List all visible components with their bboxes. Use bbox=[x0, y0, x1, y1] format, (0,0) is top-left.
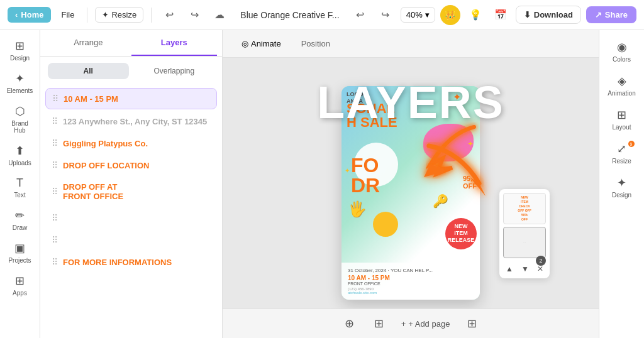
add-page-button[interactable]: + + Add page bbox=[401, 319, 450, 329]
download-icon: ⬇ bbox=[524, 10, 531, 19]
star-sparkle-icon: ✦ bbox=[467, 139, 474, 148]
share-button[interactable]: ↗ Share bbox=[586, 6, 636, 23]
canvas-viewport[interactable]: LAYERS bbox=[223, 58, 599, 308]
right-panel: ◉ Colors ◈ Animation ⊞ Layout 9 ⤢ Resize… bbox=[599, 30, 644, 338]
right-panel-design[interactable]: ✦ Design bbox=[603, 171, 641, 204]
share-canvas-button[interactable]: ⊞ bbox=[465, 314, 479, 333]
resize-button[interactable]: ✦ Resize bbox=[95, 7, 143, 23]
canvas-top-tabs: ◎ Animate Position bbox=[223, 30, 599, 58]
draw-icon: ✏ bbox=[15, 209, 25, 222]
redo-button[interactable]: ↪ bbox=[184, 5, 204, 25]
layer-item[interactable]: ⠿ bbox=[45, 208, 217, 228]
tab-animate[interactable]: ◎ Animate bbox=[233, 35, 290, 52]
thumb-nav-down-button[interactable]: ▼ bbox=[520, 263, 530, 275]
uploads-icon: ⬆ bbox=[15, 144, 25, 158]
zoom-control[interactable]: 40% ▾ bbox=[401, 7, 435, 23]
layer-item[interactable]: ⠿ 10 AM - 15 PM bbox=[45, 88, 217, 109]
tab-arrange[interactable]: Arrange bbox=[45, 30, 131, 56]
crown-icon: 👑 bbox=[440, 5, 460, 25]
plus-icon: + bbox=[401, 319, 406, 329]
projects-icon: ▣ bbox=[14, 241, 25, 255]
thumb-nav-up-button[interactable]: ▲ bbox=[504, 263, 514, 275]
elements-icon: ✦ bbox=[15, 72, 25, 85]
sidebar-item-uploads[interactable]: ⬆ Uploads bbox=[4, 140, 36, 170]
thumbnail-panel: NEWITEMCHECKOFF OFF50%OFF ··· 2 ▲ ▼ ✕ bbox=[499, 189, 550, 278]
design-right-icon: ✦ bbox=[617, 176, 626, 190]
drag-handle-icon: ⠿ bbox=[52, 94, 58, 104]
divider2 bbox=[151, 8, 152, 23]
file-menu[interactable]: File bbox=[56, 8, 79, 22]
card-hand-icon: 🖐 bbox=[348, 200, 367, 218]
chevron-left-icon: ‹ bbox=[15, 10, 18, 19]
card-sonal-text: SONALH SALE bbox=[347, 102, 397, 129]
canvas-area: ◎ Animate Position LAYERS bbox=[223, 30, 599, 338]
layer-item[interactable]: ⠿ 123 Anywhere St., Any City, ST 12345 bbox=[45, 111, 217, 131]
layers-list: ⠿ 10 AM - 15 PM ⠿ 123 Anywhere St., Any … bbox=[40, 85, 222, 338]
sparkle-icon: ✦ bbox=[453, 91, 461, 103]
layout-icon: ⊞ bbox=[617, 108, 626, 122]
layer-label: DROP OFF AT FRONT OFFICE bbox=[63, 182, 211, 201]
layer-label: 10 AM - 15 PM bbox=[64, 94, 210, 104]
thumb-item-1[interactable]: NEWITEMCHECKOFF OFF50%OFF bbox=[503, 193, 546, 224]
sidebar-item-elements[interactable]: ✦ Elements bbox=[4, 68, 36, 98]
undo-button[interactable]: ↩ bbox=[159, 5, 179, 25]
layer-label: Giggling Platypus Co. bbox=[63, 139, 211, 148]
filter-all-button[interactable]: All bbox=[48, 63, 129, 79]
right-panel-resize[interactable]: 9 ⤢ Resize bbox=[603, 137, 641, 170]
thumb-count-badge: 2 bbox=[536, 256, 546, 266]
layer-item[interactable]: ⠿ DROP OFF LOCATION bbox=[45, 155, 217, 175]
card-fo-text: FODR bbox=[351, 155, 380, 195]
cloud-save-button[interactable]: ☁ bbox=[209, 5, 230, 25]
sidebar-item-projects[interactable]: ▣ Projects bbox=[4, 237, 36, 268]
tab-layers[interactable]: Layers bbox=[131, 30, 218, 56]
drag-handle-icon: ⠿ bbox=[52, 138, 58, 148]
download-button[interactable]: ⬇ Download bbox=[516, 6, 581, 24]
sidebar-item-apps[interactable]: ⊞ Apps bbox=[4, 270, 36, 300]
document-title: Blue Orange Creative F... bbox=[235, 10, 345, 20]
design-icon: ⊞ bbox=[15, 39, 25, 53]
sidebar-item-text[interactable]: T Text bbox=[4, 173, 36, 202]
toolbar: ‹ Home File ✦ Resize ↩ ↪ ☁ Blue Orange C… bbox=[0, 0, 644, 30]
toolbar-right: ↩ ↪ 40% ▾ 👑 💡 📅 ⬇ Download ↗ Share bbox=[350, 5, 636, 25]
card-date-text: 31 October, 2024 · YOU CAN HEL P... bbox=[348, 268, 474, 273]
thumb-item-2[interactable]: ··· bbox=[503, 227, 546, 258]
drag-handle-icon: ⠿ bbox=[52, 257, 58, 267]
filter-overlapping-button[interactable]: Overlapping bbox=[134, 63, 215, 79]
card-yellow-circle bbox=[373, 212, 398, 237]
grid-view-button[interactable]: ⊞ bbox=[372, 314, 386, 333]
sidebar-item-design[interactable]: ⊞ Design bbox=[4, 35, 36, 65]
sidebar-item-draw[interactable]: ✏ Draw bbox=[4, 205, 36, 235]
layer-item[interactable]: ⠿ bbox=[45, 230, 217, 250]
design-card-inner: LOGOANDA ✦ SONALH SALE FODR 🖐 🔑 N bbox=[341, 86, 480, 300]
right-panel-layout[interactable]: ⊞ Layout bbox=[603, 103, 641, 136]
home-button[interactable]: ‹ Home bbox=[8, 7, 51, 23]
panel-tabs: Arrange Layers bbox=[40, 30, 222, 57]
chevron-down-icon: ▾ bbox=[425, 10, 430, 19]
layer-item[interactable]: ⠿ Giggling Platypus Co. bbox=[45, 133, 217, 153]
drag-handle-icon: ⠿ bbox=[52, 160, 58, 170]
right-panel-animation[interactable]: ◈ Animation bbox=[603, 69, 641, 102]
drag-handle-icon: ⠿ bbox=[52, 235, 58, 245]
tab-position[interactable]: Position bbox=[292, 35, 339, 52]
divider bbox=[87, 8, 87, 23]
undo2-button[interactable]: ↩ bbox=[350, 5, 370, 25]
drag-handle-icon: ⠿ bbox=[52, 187, 58, 197]
layer-label: 123 Anywhere St., Any City, ST 12345 bbox=[63, 117, 211, 126]
resize-icon: ✦ bbox=[102, 10, 109, 19]
layers-filter: All Overlapping bbox=[40, 57, 222, 85]
calendar-button[interactable]: 📅 bbox=[491, 5, 511, 25]
redo2-button[interactable]: ↪ bbox=[375, 5, 396, 25]
layer-label: DROP OFF LOCATION bbox=[63, 161, 211, 170]
layers-panel: Arrange Layers All Overlapping ⠿ 10 AM -… bbox=[40, 30, 223, 338]
card-bottom-info: 31 October, 2024 · YOU CAN HEL P... 10 A… bbox=[341, 263, 480, 300]
sidebar-item-brandhub[interactable]: ⬡ Brand Hub bbox=[4, 101, 36, 138]
layer-item[interactable]: ⠿ DROP OFF AT FRONT OFFICE bbox=[45, 177, 217, 206]
settings-button[interactable]: 💡 bbox=[465, 5, 486, 25]
resize-icon: ⤢ bbox=[617, 142, 626, 156]
right-panel-colors[interactable]: ◉ Colors bbox=[603, 35, 641, 68]
text-icon: T bbox=[16, 177, 23, 190]
layer-item[interactable]: ⠿ FOR MORE INFORMATIONS bbox=[45, 252, 217, 272]
add-element-button[interactable]: ⊕ bbox=[342, 314, 357, 333]
animate-icon: ◎ bbox=[242, 39, 248, 48]
resize-badge: 9 bbox=[628, 141, 635, 147]
